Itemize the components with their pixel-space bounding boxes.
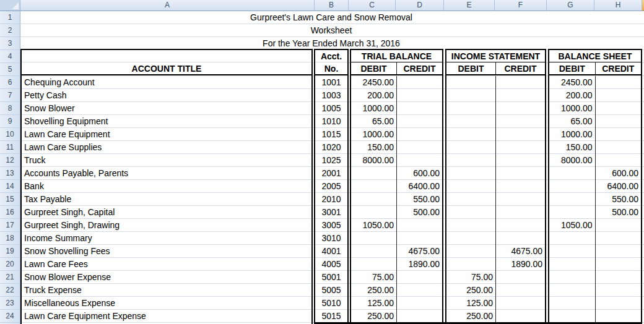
cell-trial-balance-header[interactable]: TRIAL BALANCE (351, 50, 442, 62)
cell-is-credit[interactable] (496, 167, 545, 180)
cell-is-credit[interactable] (496, 180, 545, 193)
cell-tb-credit[interactable] (397, 219, 442, 232)
cell-bs-debit[interactable] (549, 284, 596, 297)
cell-is-debit[interactable]: 125.00 (446, 297, 496, 310)
cell-is-debit[interactable] (446, 128, 496, 141)
cell-acct-no[interactable]: 2010 (315, 193, 347, 206)
cell-tb-debit-header[interactable]: DEBIT (351, 62, 397, 74)
cell-bs-credit[interactable] (596, 89, 642, 102)
row-header-2[interactable]: 2 (0, 24, 20, 37)
cell-tb-debit[interactable]: 200.00 (351, 89, 397, 102)
column-header-D[interactable]: D (396, 0, 444, 11)
cell-bs-credit[interactable]: 600.00 (596, 167, 642, 180)
cell-is-debit[interactable] (446, 167, 496, 180)
cell-bs-debit[interactable] (549, 180, 596, 193)
cell-bs-credit[interactable] (596, 141, 642, 154)
cell-bs-credit[interactable] (596, 297, 642, 310)
row-header-11[interactable]: 11 (0, 141, 20, 154)
cell-account-title[interactable]: Gurpreet Singh, Drawing (22, 219, 311, 232)
cell-is-credit[interactable] (496, 193, 545, 206)
cell-account-title[interactable]: Lawn Care Fees (22, 258, 311, 271)
row-header-1[interactable]: 1 (0, 11, 20, 24)
cell-account-title[interactable]: Lawn Care Equipment (22, 128, 311, 141)
cell-tb-credit[interactable] (397, 310, 442, 323)
cell-bs-credit[interactable] (596, 115, 642, 128)
cell-is-credit[interactable] (496, 154, 545, 167)
cell-account-title[interactable]: Petty Cash (22, 89, 311, 102)
cell-is-credit[interactable] (496, 115, 545, 128)
column-header-F[interactable]: F (495, 0, 547, 11)
cell-balance-sheet-header[interactable]: BALANCE SHEET (549, 50, 641, 62)
cell-is-debit[interactable] (446, 76, 496, 89)
row-header-20[interactable]: 20 (0, 258, 20, 271)
column-header-G[interactable]: G (547, 0, 594, 11)
cell-tb-credit-header[interactable]: CREDIT (397, 62, 442, 74)
cell-tb-credit[interactable] (397, 284, 442, 297)
cell-tb-credit[interactable]: 550.00 (397, 193, 442, 206)
cell-account-title[interactable]: Miscellaneous Expense (22, 297, 311, 310)
cell-account-title[interactable]: Bank (22, 180, 311, 193)
cell-tb-debit[interactable] (351, 180, 397, 193)
cell-acct-no[interactable]: 3010 (315, 232, 347, 245)
cell-is-debit[interactable] (446, 219, 496, 232)
row-header-12[interactable]: 12 (0, 154, 20, 167)
cell-bs-debit[interactable] (549, 193, 596, 206)
cell-tb-debit[interactable]: 2450.00 (351, 76, 397, 89)
cell-bs-debit[interactable]: 150.00 (549, 141, 596, 154)
column-header-E[interactable]: E (444, 0, 495, 11)
cell-acct-no[interactable]: 1015 (315, 128, 347, 141)
cell-tb-debit[interactable]: 75.00 (351, 271, 397, 284)
cell-bs-debit[interactable] (549, 258, 596, 271)
cell-acct-header[interactable]: Acct. (315, 50, 347, 62)
cell-bs-debit[interactable]: 2450.00 (549, 76, 596, 89)
cell-is-credit[interactable] (496, 284, 545, 297)
cell-bs-credit-header[interactable]: CREDIT (596, 62, 642, 74)
cell-tb-debit[interactable]: 125.00 (351, 297, 397, 310)
cell-is-debit[interactable] (446, 180, 496, 193)
cell-account-title[interactable]: Truck (22, 154, 311, 167)
cell-acct-no[interactable]: 1025 (315, 154, 347, 167)
cell-tb-debit[interactable] (351, 232, 397, 245)
cell-tb-debit[interactable]: 250.00 (351, 310, 397, 323)
cell-bs-debit[interactable] (549, 310, 596, 323)
cell-bs-credit[interactable] (596, 219, 642, 232)
cell-tb-credit[interactable]: 1890.00 (397, 258, 442, 271)
row-header-10[interactable]: 10 (0, 128, 20, 141)
row-header-9[interactable]: 9 (0, 115, 20, 128)
row-header-14[interactable]: 14 (0, 180, 20, 193)
cell-acct-no[interactable]: 1005 (315, 102, 347, 115)
cell-acct-no[interactable]: 3005 (315, 219, 347, 232)
cell-bs-credit[interactable]: 550.00 (596, 193, 642, 206)
row-header-6[interactable]: 6 (0, 76, 20, 89)
cell-tb-credit[interactable]: 4675.00 (397, 245, 442, 258)
cell-tb-credit[interactable] (397, 232, 442, 245)
cell-is-debit[interactable] (446, 115, 496, 128)
cell-is-credit[interactable] (496, 232, 545, 245)
cell-account-title[interactable]: Income Summary (22, 232, 311, 245)
cell-tb-credit[interactable] (397, 271, 442, 284)
cell-acct-no[interactable]: 4005 (315, 258, 347, 271)
cell-bs-debit[interactable]: 1000.00 (549, 128, 596, 141)
cell-is-credit[interactable] (496, 89, 545, 102)
cell-is-credit[interactable] (496, 76, 545, 89)
cell-account-title[interactable]: Tax Payable (22, 193, 311, 206)
row-header-17[interactable]: 17 (0, 219, 20, 232)
cell-is-credit[interactable]: 4675.00 (496, 245, 545, 258)
cell-tb-credit[interactable]: 500.00 (397, 206, 442, 219)
cell-is-credit[interactable] (496, 206, 545, 219)
cell-bs-credit[interactable] (596, 128, 642, 141)
cell-is-credit[interactable] (496, 297, 545, 310)
row-header-24[interactable]: 24 (0, 310, 20, 323)
cell-is-debit[interactable] (446, 89, 496, 102)
cell-is-debit[interactable] (446, 232, 496, 245)
cell-tb-credit[interactable] (397, 115, 442, 128)
cell-is-credit-header[interactable]: CREDIT (496, 62, 545, 74)
cell-is-debit[interactable] (446, 206, 496, 219)
cell-account-title[interactable]: Snow Blower (22, 102, 311, 115)
cell-acct-no[interactable]: 5010 (315, 297, 347, 310)
row-header-5[interactable]: 5 (0, 63, 20, 76)
cell-account-title-header[interactable]: ACCOUNT TITLE (22, 62, 311, 74)
cell-acct-no[interactable]: 5001 (315, 271, 347, 284)
cell-income-statement-header[interactable]: INCOME STATEMENT (446, 50, 545, 62)
cell-account-title[interactable]: Lawn Care Supplies (22, 141, 311, 154)
